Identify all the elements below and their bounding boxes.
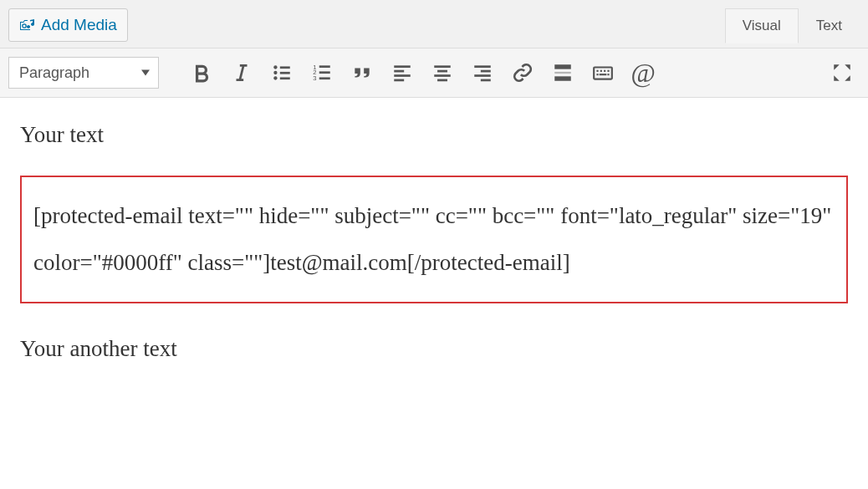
align-right-button[interactable] <box>465 57 500 89</box>
svg-rect-28 <box>594 68 612 79</box>
bold-button[interactable] <box>184 57 219 89</box>
add-media-button[interactable]: Add Media <box>8 8 128 42</box>
svg-point-0 <box>23 23 26 27</box>
svg-rect-30 <box>600 70 602 72</box>
editor-top-bar: Add Media Visual Text <box>0 0 868 48</box>
keyboard-button[interactable] <box>585 57 620 89</box>
svg-rect-25 <box>554 64 571 69</box>
keyboard-icon <box>592 62 614 84</box>
svg-rect-21 <box>474 65 491 68</box>
editor-tabs: Visual Text <box>725 7 860 43</box>
format-dropdown[interactable]: Paragraph <box>8 57 159 89</box>
shortcode-highlight: [protected-email text="" hide="" subject… <box>20 176 848 303</box>
at-symbol-button[interactable]: @ <box>625 57 661 89</box>
svg-rect-33 <box>596 74 598 75</box>
fullscreen-button[interactable] <box>825 57 860 89</box>
content-line-1: Your text <box>20 118 848 152</box>
svg-rect-15 <box>394 74 411 77</box>
svg-rect-20 <box>437 79 447 82</box>
align-right-icon <box>472 62 493 84</box>
align-left-button[interactable] <box>385 57 420 89</box>
svg-rect-26 <box>554 72 571 74</box>
content-line-2: Your another text <box>20 332 848 366</box>
align-left-icon <box>391 62 413 84</box>
read-more-icon <box>552 62 574 84</box>
svg-rect-16 <box>394 79 404 82</box>
read-more-button[interactable] <box>545 57 580 89</box>
svg-point-3 <box>273 76 277 79</box>
svg-rect-10 <box>319 65 330 68</box>
tab-visual[interactable]: Visual <box>725 8 799 43</box>
quote-icon <box>351 62 373 84</box>
add-media-label: Add Media <box>41 16 117 34</box>
numbered-list-button[interactable]: 123 <box>304 57 340 89</box>
svg-rect-24 <box>481 79 491 82</box>
numbered-list-icon: 123 <box>311 62 333 84</box>
svg-rect-12 <box>319 77 330 79</box>
tab-text[interactable]: Text <box>799 8 860 43</box>
svg-rect-5 <box>280 72 290 74</box>
link-icon <box>512 62 534 84</box>
bullet-list-button[interactable] <box>264 57 299 89</box>
camera-music-icon <box>19 17 36 33</box>
svg-rect-29 <box>596 70 598 72</box>
align-center-icon <box>431 62 453 84</box>
bullet-list-icon <box>271 62 293 84</box>
svg-rect-13 <box>394 65 411 68</box>
svg-rect-35 <box>607 74 609 75</box>
align-center-button[interactable] <box>425 57 460 89</box>
svg-rect-11 <box>319 71 330 74</box>
svg-rect-22 <box>481 70 491 73</box>
svg-text:3: 3 <box>313 74 316 82</box>
italic-button[interactable] <box>224 57 259 89</box>
svg-point-1 <box>273 65 277 69</box>
svg-rect-32 <box>607 70 609 72</box>
svg-rect-27 <box>554 76 571 80</box>
editor-content-area[interactable]: Your text [protected-email text="" hide=… <box>0 98 868 409</box>
svg-rect-18 <box>437 70 447 73</box>
svg-rect-17 <box>434 65 451 68</box>
bold-icon <box>191 62 212 84</box>
italic-icon <box>231 62 253 84</box>
svg-rect-23 <box>474 74 491 77</box>
svg-rect-4 <box>280 66 290 69</box>
editor-toolbar: Paragraph 123 @ <box>0 48 868 98</box>
svg-rect-6 <box>280 77 290 79</box>
svg-point-2 <box>273 71 277 74</box>
svg-rect-34 <box>600 74 607 75</box>
blockquote-button[interactable] <box>345 57 380 89</box>
fullscreen-icon <box>831 62 853 84</box>
link-button[interactable] <box>505 57 540 89</box>
svg-rect-19 <box>434 74 451 77</box>
at-icon: @ <box>631 58 655 89</box>
svg-rect-31 <box>604 70 605 72</box>
svg-rect-14 <box>394 70 404 73</box>
